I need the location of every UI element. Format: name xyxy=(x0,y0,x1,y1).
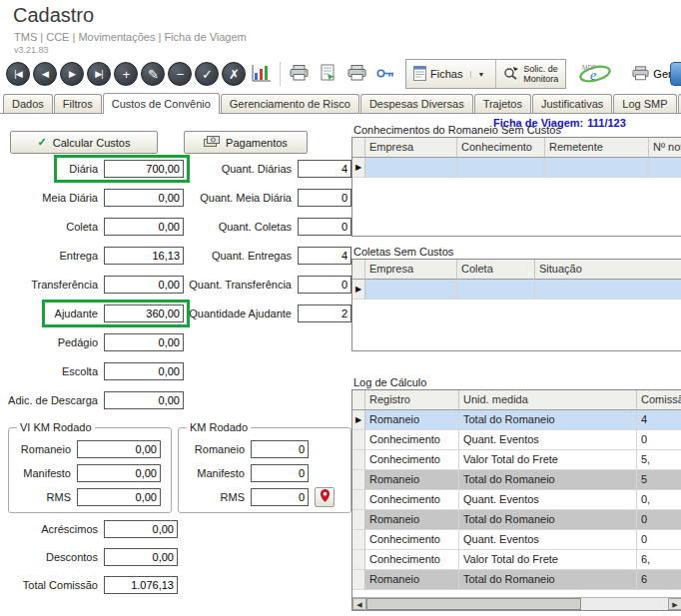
form-row: Adic. de Descarga xyxy=(8,391,357,413)
grid-row[interactable]: ▶ xyxy=(352,158,681,178)
delete-button[interactable]: − xyxy=(168,62,192,86)
diaria-input[interactable] xyxy=(104,160,184,178)
scroll-left-button[interactable]: ◀ xyxy=(352,598,366,610)
clipped-toolbar-icon[interactable] xyxy=(670,62,681,86)
tab-custos-de-convenio[interactable]: Custos de Convênio xyxy=(103,93,220,114)
column-header-remetente[interactable]: Remetente xyxy=(545,138,649,158)
grid-header-row: Empresa Conhecimento Remetente Nº not xyxy=(352,138,681,158)
tab-log-smp[interactable]: Log SMP xyxy=(613,94,676,113)
tab-justificativas[interactable]: Justificativas xyxy=(532,94,612,113)
cancel-button[interactable]: ✗ xyxy=(222,62,246,86)
total-comissao-input[interactable] xyxy=(104,576,178,594)
scroll-right-button[interactable]: ▶ xyxy=(668,598,681,610)
coleta-input[interactable] xyxy=(104,218,184,236)
column-header-conhecimento[interactable]: Conhecimento xyxy=(457,138,545,158)
grid-row[interactable]: Romaneio Total do Romaneio 6 xyxy=(352,570,681,590)
grid-row[interactable]: Conhecimento Valor Total do Frete 5, xyxy=(352,450,681,470)
ajudante-input[interactable] xyxy=(104,305,184,322)
log-grid-hscrollbar[interactable]: ◀ ▶ xyxy=(352,597,681,610)
first-record-button[interactable]: |◀ xyxy=(6,62,30,86)
key-button[interactable] xyxy=(372,61,398,87)
km-rms-label: RMS xyxy=(179,491,245,503)
column-header-situacao[interactable]: Situação xyxy=(535,260,681,280)
grid-cell: Conhecimento xyxy=(365,430,459,450)
quant-coletas-input[interactable] xyxy=(298,218,351,236)
tab-gerenciamento-de-risco[interactable]: Gerenciamento de Risco xyxy=(221,94,359,113)
prev-record-button[interactable]: ◀ xyxy=(33,62,57,86)
column-header-comissao[interactable]: Comissão xyxy=(637,390,681,410)
grid-cell: 6 xyxy=(637,570,681,590)
solic-monitora-button[interactable]: Solic. de Monitora xyxy=(496,60,565,88)
column-header-empresa[interactable]: Empresa xyxy=(365,260,457,280)
fichas-button[interactable]: Fichas ▼ xyxy=(406,60,496,88)
log-de-calculo-grid: Registro Unid. medida Comissão ▶ Romanei… xyxy=(351,389,681,611)
last-record-button[interactable]: ▶| xyxy=(87,62,111,86)
transferencia-input[interactable] xyxy=(104,276,184,294)
tab-dados[interactable]: Dados xyxy=(3,94,53,113)
conhecimentos-grid-title: Conhecimentos do Romaneio Sem Custos xyxy=(353,124,561,136)
acrescimos-input[interactable] xyxy=(104,520,178,538)
escolta-input[interactable] xyxy=(104,362,184,380)
row-selector-cell xyxy=(352,550,365,570)
add-button[interactable]: + xyxy=(114,62,138,86)
form-row: Total Comissão xyxy=(8,576,357,598)
grid-row[interactable]: Conhecimento Valor Total do Frete 6, xyxy=(352,550,681,570)
tab-pagamentos-clipped[interactable]: Paga xyxy=(678,94,681,113)
money-icon xyxy=(204,136,220,150)
quant-transferencia-input[interactable] xyxy=(298,276,351,294)
entrega-input[interactable] xyxy=(104,247,184,265)
grid-row[interactable]: ▶ Romaneio Total do Romaneio 4 xyxy=(352,410,681,430)
grid-header-row: Empresa Coleta Situação xyxy=(352,260,681,280)
km-rms-input[interactable] xyxy=(251,488,309,506)
tab-despesas-diversas[interactable]: Despesas Diversas xyxy=(360,94,473,113)
column-header-unid-medida[interactable]: Unid. medida xyxy=(459,390,637,410)
meia-diaria-input[interactable] xyxy=(104,189,184,207)
grid-row[interactable]: Romaneio Total do Romaneio 5 xyxy=(352,470,681,490)
grid-row[interactable]: Conhecimento Quant. Eventos 0 xyxy=(352,430,681,450)
calcular-custos-button[interactable]: ✓ Calcular Custos xyxy=(10,131,158,154)
scroll-thumb[interactable] xyxy=(366,598,581,610)
edit-button[interactable]: ✎ xyxy=(141,62,165,86)
tab-trajetos[interactable]: Trajetos xyxy=(474,94,531,113)
grid-row[interactable]: Conhecimento Quant. Eventos 0, xyxy=(352,490,681,510)
quant-meia-diaria-input[interactable] xyxy=(298,189,351,207)
column-header-numero-nota[interactable]: Nº not xyxy=(649,138,681,158)
coleta-label: Coleta xyxy=(8,221,98,233)
grid-cell: 0 xyxy=(637,430,681,450)
grid-cell: Valor Total do Frete xyxy=(459,450,637,470)
scroll-track[interactable] xyxy=(581,598,668,610)
quant-entregas-input[interactable] xyxy=(298,247,351,265)
vi-rms-input[interactable] xyxy=(77,488,161,506)
fichas-toolbar-group: Fichas ▼ Solic. de Monitora xyxy=(405,59,566,89)
column-header-registro[interactable]: Registro xyxy=(365,390,459,410)
vi-manifesto-input[interactable] xyxy=(77,464,161,482)
km-manifesto-input[interactable] xyxy=(251,464,309,482)
form-row: Descontos xyxy=(8,548,357,570)
km-romaneio-input[interactable] xyxy=(251,440,309,458)
grid-row[interactable]: Romaneio Total do Romaneio 0 xyxy=(352,510,681,530)
version-label: v3.21.83 xyxy=(14,45,49,55)
group-row: RMS xyxy=(179,488,350,506)
vi-romaneio-input[interactable] xyxy=(77,440,161,458)
print-button[interactable] xyxy=(286,61,312,87)
column-header-coleta[interactable]: Coleta xyxy=(457,260,535,280)
descontos-input[interactable] xyxy=(104,548,178,566)
printer-icon xyxy=(290,65,309,84)
column-header-empresa[interactable]: Empresa xyxy=(365,138,457,158)
quant-diarias-input[interactable] xyxy=(298,160,351,178)
pagamentos-button[interactable]: Pagamentos xyxy=(184,131,308,154)
preview-button[interactable] xyxy=(315,61,340,87)
confirm-button[interactable]: ✓ xyxy=(195,62,219,86)
pedagio-input[interactable] xyxy=(104,333,184,351)
next-record-button[interactable]: ▶ xyxy=(60,62,84,86)
escolta-label: Escolta xyxy=(8,365,98,377)
grid-row[interactable]: Conhecimento Quant. Eventos 0 xyxy=(352,530,681,550)
chart-button[interactable] xyxy=(249,61,275,87)
group-row: Manifesto xyxy=(9,464,171,482)
tab-filtros[interactable]: Filtros xyxy=(54,94,102,113)
quantidade-ajudante-input[interactable] xyxy=(298,305,351,322)
print-report-button[interactable] xyxy=(343,61,369,87)
map-pin-button[interactable] xyxy=(315,487,335,507)
grid-row[interactable]: ▶ xyxy=(352,280,681,300)
adic-descarga-input[interactable] xyxy=(104,391,184,409)
